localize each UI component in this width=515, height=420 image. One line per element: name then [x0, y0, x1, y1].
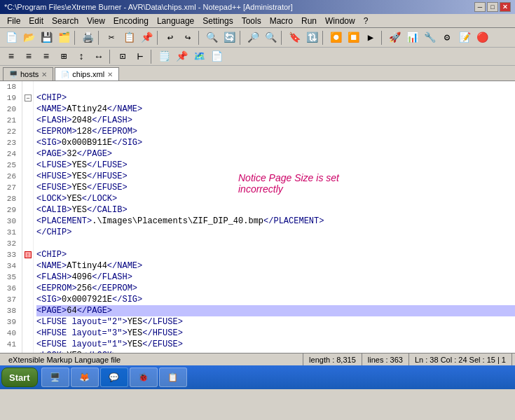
taskbar-app-firefox[interactable]: 🦊: [71, 368, 99, 387]
toolbar-sep-8: [381, 31, 384, 45]
tb2-btn2[interactable]: ≡: [20, 49, 37, 64]
code-line-30: <PLACEMENT>.\Images\Placements\ZIF_DIP_4…: [36, 216, 515, 227]
menu-run[interactable]: Run: [297, 15, 321, 27]
macro-record[interactable]: ⏺️: [327, 30, 344, 46]
code-line-31: </CHIP>: [36, 227, 515, 238]
toolbar-secondary: ≡ ≡ ≡ ⊞ ↕ ↔ ⊡ ⊢ 🗒️ 📌 🗺️ 📄: [0, 48, 515, 66]
tab-chips-xml-label: chips.xml: [72, 70, 104, 78]
tb2-btn7[interactable]: ⊡: [114, 49, 131, 64]
macro-stop[interactable]: ⏹️: [345, 30, 362, 46]
taskbar-app-desktop[interactable]: 🖥️: [41, 368, 69, 387]
code-editor[interactable]: <CHIP> <NAME>ATtiny24</NAME> <FLASH>2048…: [34, 81, 515, 353]
code-line-34: <NAME>ATtiny44</NAME>: [36, 260, 515, 272]
code-line-26: <HFUSE>YES</HFUSE>: [36, 171, 515, 182]
undo-button[interactable]: ↩️: [162, 30, 179, 46]
tb2-btn10[interactable]: 📌: [173, 49, 190, 64]
editor-area[interactable]: 1819202122232425262728293031323334353637…: [0, 81, 515, 353]
maximize-button[interactable]: □: [487, 2, 498, 12]
menu-file[interactable]: File: [3, 15, 25, 27]
tab-hosts-close[interactable]: ✕: [41, 71, 47, 78]
tb2-btn3[interactable]: ≡: [38, 49, 55, 64]
title-text: *C:\Program Files\eXtreme Burner - AVR\D…: [4, 3, 293, 11]
code-line-37: <SIG>0x0007921E</SIG>: [36, 294, 515, 305]
macro-play[interactable]: ▶️: [362, 30, 379, 46]
zoom-in-button[interactable]: 🔎: [245, 30, 261, 46]
toolbar-sep-3: [157, 31, 160, 45]
title-bar: *C:\Program Files\eXtreme Burner - AVR\D…: [0, 0, 515, 14]
toolbar-sep-6: [281, 31, 284, 45]
code-line-32: [36, 238, 515, 249]
tb2-sep1: [109, 50, 112, 64]
zoom-out-button[interactable]: 🔍: [262, 30, 279, 46]
extra3[interactable]: ⚙️: [439, 30, 455, 46]
menu-help[interactable]: ?: [359, 15, 373, 27]
toolbar-sep-7: [322, 31, 325, 45]
copy-button[interactable]: 📋: [121, 30, 137, 46]
tb2-btn5[interactable]: ↕: [73, 49, 90, 64]
find-button[interactable]: 🔍: [203, 30, 220, 46]
menu-bar: File Edit Search View Encoding Language …: [0, 14, 515, 28]
save-all-button[interactable]: 🗂️: [55, 30, 72, 46]
minimize-button[interactable]: ─: [474, 2, 486, 12]
tb2-btn12[interactable]: 📄: [208, 49, 225, 64]
tb2-btn9[interactable]: 🗒️: [156, 49, 172, 64]
close-button[interactable]: ✕: [500, 2, 511, 12]
code-line-42: <LOCK>YES</LOCK>: [36, 350, 515, 353]
run-button[interactable]: 🚀: [386, 30, 403, 46]
extra2[interactable]: 🔧: [421, 30, 438, 46]
status-position: Ln : 38 Col : 24 Sel : 15 | 1: [409, 354, 512, 365]
tab-bar: 🖥️ hosts ✕ 📄 chips.xml ✕: [0, 66, 515, 81]
code-line-28: <LOCK>YES</LOCK>: [36, 193, 515, 204]
tab-chips-xml[interactable]: 📄 chips.xml ✕: [55, 67, 119, 80]
status-bar: eXtensible Markup Language file length :…: [0, 353, 515, 365]
code-line-18: [36, 81, 515, 92]
tab-chips-xml-close[interactable]: ✕: [107, 71, 113, 78]
toolbar-sep-2: [98, 31, 101, 45]
menu-language[interactable]: Language: [153, 15, 198, 27]
code-line-38: <PAGE>64</PAGE>: [36, 305, 515, 316]
paste-button[interactable]: 📌: [138, 30, 155, 46]
extra4[interactable]: 📝: [456, 30, 473, 46]
menu-tools[interactable]: Tools: [238, 15, 266, 27]
tab-hosts-label: hosts: [20, 70, 39, 78]
status-length: length : 8,315: [303, 354, 362, 365]
replace-button[interactable]: 🔄: [221, 30, 238, 46]
code-line-23: <SIG>0x000B911E</SIG>: [36, 137, 515, 148]
tab-xml-icon: 📄: [61, 71, 69, 78]
window-controls[interactable]: ─ □ ✕: [474, 2, 511, 12]
extra5[interactable]: 🔴: [474, 30, 490, 46]
menu-edit[interactable]: Edit: [25, 15, 48, 27]
code-line-36: <EEPROM>256</EEPROM>: [36, 283, 515, 294]
menu-search[interactable]: Search: [48, 15, 83, 27]
code-line-27: <EFUSE>YES</EFUSE>: [36, 182, 515, 193]
redo-button[interactable]: ↪️: [179, 30, 196, 46]
tb2-btn11[interactable]: 🗺️: [191, 49, 207, 64]
sync-button[interactable]: 🔃: [303, 30, 320, 46]
tab-hosts[interactable]: 🖥️ hosts ✕: [3, 67, 53, 80]
save-button[interactable]: 💾: [38, 30, 55, 46]
print-button[interactable]: 🖨️: [79, 30, 96, 46]
menu-macro[interactable]: Macro: [266, 15, 297, 27]
taskbar-app-bugzilla[interactable]: 🐞: [130, 368, 158, 387]
taskbar-app-skype[interactable]: 💬: [100, 368, 128, 387]
tb2-btn6[interactable]: ↔: [90, 49, 107, 64]
tb2-btn4[interactable]: ⊞: [55, 49, 72, 64]
bookmark-button[interactable]: 🔖: [286, 30, 303, 46]
tb2-btn1[interactable]: ≡: [3, 49, 20, 64]
toolbar-sep-5: [240, 31, 242, 45]
start-button[interactable]: Start: [1, 368, 38, 387]
cut-button[interactable]: ✂️: [103, 30, 120, 46]
extra1[interactable]: 📊: [404, 30, 420, 46]
menu-window[interactable]: Window: [321, 15, 359, 27]
taskbar-app-notepad[interactable]: 📋: [159, 368, 187, 387]
code-line-19: <CHIP>: [36, 92, 515, 104]
open-button[interactable]: 📂: [20, 30, 37, 46]
menu-view[interactable]: View: [83, 15, 109, 27]
code-line-24: <PAGE>32</PAGE>: [36, 148, 515, 160]
new-button[interactable]: 📄: [3, 30, 20, 46]
line-numbers: 1819202122232425262728293031323334353637…: [0, 81, 22, 353]
tb2-btn8[interactable]: ⊢: [132, 49, 149, 64]
toolbar-sep-4: [198, 31, 201, 45]
menu-settings[interactable]: Settings: [198, 15, 237, 27]
menu-encoding[interactable]: Encoding: [109, 15, 153, 27]
